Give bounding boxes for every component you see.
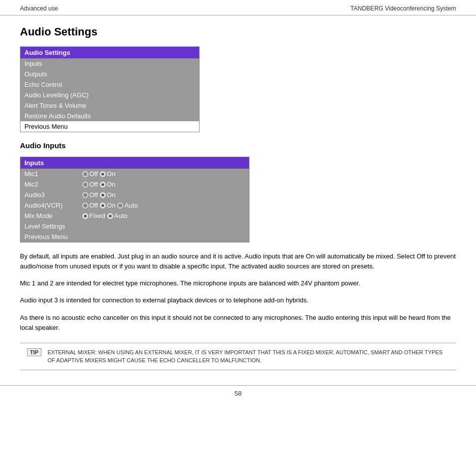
- mix-mode-label: Mix Mode: [24, 212, 79, 220]
- audio-settings-menu: Audio Settings Inputs Outputs Echo Contr…: [20, 46, 200, 132]
- mic1-off-label: Off: [89, 170, 98, 178]
- mix-mode-auto-radio: [107, 213, 113, 219]
- audio4vcr-auto-option[interactable]: Auto: [117, 202, 138, 209]
- footer: 58: [0, 385, 476, 401]
- mix-mode-auto-label: Auto: [114, 212, 128, 220]
- audio3-off-option[interactable]: Off: [82, 191, 98, 199]
- mic2-label: Mic2: [24, 181, 79, 188]
- header-left: Advanced use: [20, 5, 58, 12]
- description-2: Mic 1 and 2 are intended for electret ty…: [20, 278, 456, 288]
- audio4vcr-radio-group: Off On Auto: [82, 202, 138, 209]
- mic2-radio-group: Off On: [82, 181, 115, 188]
- description-4: As there is no acoustic echo canceller o…: [20, 313, 456, 333]
- inputs-menu: Inputs Mic1 Off On Mic2 Off: [20, 157, 249, 242]
- menu-item-audio-levelling[interactable]: Audio Levelling (AGC): [20, 90, 199, 100]
- input-row-mix-mode: Mix Mode Fixed Auto: [20, 211, 249, 221]
- description-1: By default, all inputs are enabled. Just…: [20, 251, 456, 271]
- audio3-on-label: On: [107, 191, 115, 199]
- mic1-label: Mic1: [24, 170, 79, 178]
- description-3: Audio input 3 is intended for connection…: [20, 295, 456, 305]
- mic1-radio-group: Off On: [82, 170, 115, 178]
- menu-item-restore-defaults[interactable]: Restore Audio Defaults: [20, 111, 199, 121]
- mic2-on-radio: [100, 182, 106, 188]
- menu-item-alert-tones[interactable]: Alert Tones & Volume: [20, 100, 199, 111]
- audio4vcr-on-label: On: [107, 202, 115, 209]
- mic2-on-option[interactable]: On: [100, 181, 115, 188]
- audio4vcr-auto-radio: [117, 203, 123, 209]
- inputs-header: Inputs: [20, 157, 249, 169]
- tip-box: TIP External mixer: When using an extern…: [20, 343, 456, 370]
- audio3-on-radio: [100, 192, 106, 198]
- top-bar: Advanced use TANDBERG Videoconferencing …: [0, 0, 476, 15]
- mic1-on-label: On: [107, 170, 115, 178]
- menu-item-inputs[interactable]: Inputs: [20, 58, 199, 69]
- mic1-on-radio: [100, 171, 106, 177]
- mic1-off-radio: [82, 171, 88, 177]
- level-settings-label: Level Settings: [24, 223, 79, 230]
- page-title: Audio Settings: [20, 25, 456, 38]
- tip-text: External mixer: When using an external m…: [47, 348, 449, 365]
- audio4vcr-off-option[interactable]: Off: [82, 202, 98, 209]
- mic2-off-label: Off: [89, 181, 98, 188]
- menu-item-previous-menu[interactable]: Previous Menu: [20, 121, 199, 132]
- page-number: 58: [235, 390, 241, 397]
- input-row-level-settings[interactable]: Level Settings: [20, 221, 249, 232]
- audio3-label: Audio3: [24, 191, 79, 199]
- menu-item-outputs[interactable]: Outputs: [20, 69, 199, 79]
- main-content: Audio Settings Audio Settings Inputs Out…: [0, 15, 476, 380]
- previous-menu-label: Previous Menu: [24, 233, 79, 240]
- mix-mode-fixed-radio: [82, 213, 88, 219]
- audio3-off-label: Off: [89, 191, 98, 199]
- mic2-off-option[interactable]: Off: [82, 181, 98, 188]
- audio4vcr-off-radio: [82, 203, 88, 209]
- audio4vcr-auto-label: Auto: [124, 202, 138, 209]
- mic2-on-label: On: [107, 181, 115, 188]
- menu-item-echo-control[interactable]: Echo Control: [20, 79, 199, 90]
- audio4vcr-on-option[interactable]: On: [100, 202, 115, 209]
- audio3-on-option[interactable]: On: [100, 191, 115, 199]
- input-row-audio3: Audio3 Off On: [20, 190, 249, 200]
- mix-mode-fixed-label: Fixed: [89, 212, 105, 220]
- input-row-previous-menu[interactable]: Previous Menu: [20, 232, 249, 242]
- audio3-radio-group: Off On: [82, 191, 115, 199]
- audio4vcr-off-label: Off: [89, 202, 98, 209]
- audio4vcr-on-radio: [100, 203, 106, 209]
- input-row-audio4vcr: Audio4(VCR) Off On Auto: [20, 200, 249, 211]
- section-title: Audio Inputs: [20, 141, 456, 150]
- input-row-mic1: Mic1 Off On: [20, 169, 249, 179]
- menu-header: Audio Settings: [20, 47, 199, 58]
- audio3-off-radio: [82, 192, 88, 198]
- tip-label: TIP: [27, 348, 41, 356]
- mix-mode-radio-group: Fixed Auto: [82, 212, 128, 220]
- mic1-off-option[interactable]: Off: [82, 170, 98, 178]
- audio4vcr-label: Audio4(VCR): [24, 202, 79, 209]
- mic1-on-option[interactable]: On: [100, 170, 115, 178]
- input-row-mic2: Mic2 Off On: [20, 179, 249, 190]
- mix-mode-fixed-option[interactable]: Fixed: [82, 212, 105, 220]
- header-center: TANDBERG Videoconferencing System: [350, 5, 456, 12]
- mix-mode-auto-option[interactable]: Auto: [107, 212, 128, 220]
- mic2-off-radio: [82, 182, 88, 188]
